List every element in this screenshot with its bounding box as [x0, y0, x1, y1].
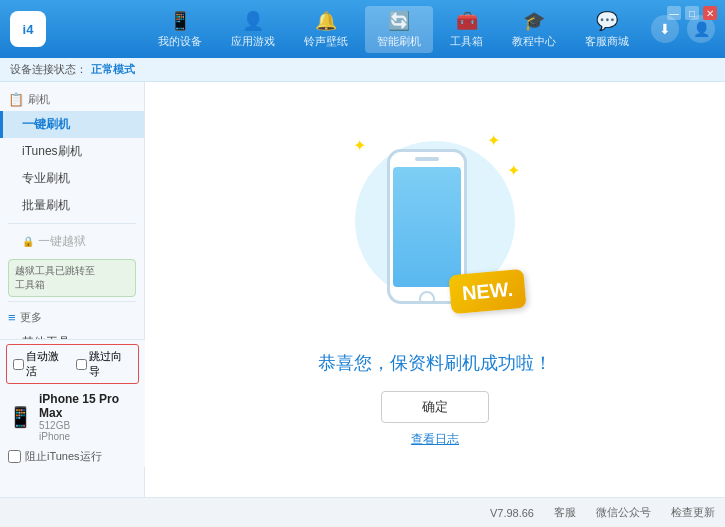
- phone-illustration: ✦ ✦ ✦ NEW.: [345, 131, 525, 331]
- itunes-bar: 阻止iTunes运行: [0, 446, 145, 467]
- smart-flash-icon: 🔄: [388, 10, 410, 32]
- nav-tab-apps[interactable]: 👤 应用游戏: [219, 6, 287, 53]
- device-type: iPhone: [39, 431, 137, 442]
- device-storage: 512GB: [39, 420, 137, 431]
- tutorials-icon: 🎓: [523, 10, 545, 32]
- device-text: iPhone 15 Pro Max 512GB iPhone: [39, 392, 137, 442]
- app-header: i4 爱思助手 www.i4.cn 📱 我的设备 👤 应用游戏 🔔 铃声壁纸 🔄…: [0, 0, 725, 58]
- close-button[interactable]: ✕: [703, 6, 717, 20]
- minimize-button[interactable]: —: [667, 6, 681, 20]
- footer-check-update-link[interactable]: 检查更新: [671, 505, 715, 520]
- my-device-icon: 📱: [169, 10, 191, 32]
- auto-guide-option[interactable]: 跳过向导: [76, 349, 133, 379]
- itunes-label: 阻止iTunes运行: [25, 449, 102, 464]
- itunes-checkbox[interactable]: [8, 450, 21, 463]
- phone-home-button: [419, 291, 435, 304]
- itunes-flash-label: iTunes刷机: [22, 144, 82, 158]
- sidebar-item-itunes-flash[interactable]: iTunes刷机: [0, 138, 144, 165]
- toolbox-icon: 🧰: [456, 10, 478, 32]
- ringtones-icon: 🔔: [315, 10, 337, 32]
- nav-tab-tutorials[interactable]: 🎓 教程中心: [500, 6, 568, 53]
- sidebar-item-batch-flash[interactable]: 批量刷机: [0, 192, 144, 219]
- device-info: 📱 iPhone 15 Pro Max 512GB iPhone: [0, 388, 145, 446]
- more-section-header: ≡ 更多: [0, 306, 144, 329]
- success-text: 恭喜您，保资料刷机成功啦！: [318, 351, 552, 375]
- device-name: iPhone 15 Pro Max: [39, 392, 137, 420]
- nav-tab-my-device-label: 我的设备: [158, 34, 202, 49]
- flash-section-header: 📋 刷机: [0, 88, 144, 111]
- apps-icon: 👤: [242, 10, 264, 32]
- jailbreak-section: 🔒 一键越狱 越狱工具已跳转至工具箱: [0, 228, 144, 297]
- status-mode: 正常模式: [91, 62, 135, 77]
- divider-1: [8, 223, 136, 224]
- confirm-button[interactable]: 确定: [381, 391, 489, 423]
- footer-wechat-link[interactable]: 微信公众号: [596, 505, 651, 520]
- more-section-icon: ≡: [8, 310, 16, 325]
- jailbreak-disabled: 🔒 一键越狱: [0, 228, 144, 255]
- sparkle-icon-2: ✦: [487, 131, 500, 150]
- sidebar-item-one-click-flash[interactable]: 一键刷机: [0, 111, 144, 138]
- nav-tab-toolbox[interactable]: 🧰 工具箱: [438, 6, 495, 53]
- batch-flash-label: 批量刷机: [22, 198, 70, 212]
- window-controls: — □ ✕: [667, 6, 717, 20]
- nav-tab-ringtones[interactable]: 🔔 铃声壁纸: [292, 6, 360, 53]
- log-link[interactable]: 查看日志: [411, 431, 459, 448]
- phone-screen: [393, 167, 461, 287]
- nav-tab-service-label: 客服商城: [585, 34, 629, 49]
- sidebar-item-pro-flash[interactable]: 专业刷机: [0, 165, 144, 192]
- service-icon: 💬: [596, 10, 618, 32]
- logo-icon: i4: [10, 11, 46, 47]
- flash-section-icon: 📋: [8, 92, 24, 107]
- divider-2: [8, 301, 136, 302]
- auto-activate-checkbox[interactable]: [13, 359, 24, 370]
- auto-options-container: 自动激活 跳过向导: [6, 344, 139, 384]
- auto-guide-checkbox[interactable]: [76, 359, 87, 370]
- nav-tabs: 📱 我的设备 👤 应用游戏 🔔 铃声壁纸 🔄 智能刷机 🧰 工具箱 🎓 教程中心…: [136, 6, 651, 53]
- success-message: 恭喜您，保资料刷机成功啦！: [318, 353, 552, 373]
- flash-section: 📋 刷机 一键刷机 iTunes刷机 专业刷机 批量刷机: [0, 88, 144, 219]
- maximize-button[interactable]: □: [685, 6, 699, 20]
- one-click-flash-label: 一键刷机: [22, 117, 70, 131]
- sparkle-icon-1: ✦: [353, 136, 366, 155]
- pro-flash-label: 专业刷机: [22, 171, 70, 185]
- sparkle-icon-3: ✦: [507, 161, 520, 180]
- more-section-label: 更多: [20, 310, 42, 325]
- nav-tab-toolbox-label: 工具箱: [450, 34, 483, 49]
- nav-tab-my-device[interactable]: 📱 我的设备: [146, 6, 214, 53]
- lock-icon: 🔒: [22, 236, 34, 247]
- nav-tab-ringtones-label: 铃声壁纸: [304, 34, 348, 49]
- flash-section-label: 刷机: [28, 92, 50, 107]
- auto-activate-label: 自动激活: [26, 349, 70, 379]
- auto-activate-option[interactable]: 自动激活: [13, 349, 70, 379]
- new-badge: NEW.: [448, 269, 526, 314]
- phone-speaker: [415, 157, 439, 161]
- auto-guide-label: 跳过向导: [89, 349, 133, 379]
- footer: V7.98.66 客服 微信公众号 检查更新: [0, 497, 725, 527]
- footer-skin-link[interactable]: 客服: [554, 505, 576, 520]
- sidebar-bottom: 自动激活 跳过向导 📱 iPhone 15 Pro Max 512GB iPho…: [0, 339, 145, 467]
- nav-tab-smart-flash[interactable]: 🔄 智能刷机: [365, 6, 433, 53]
- main-content: ✦ ✦ ✦ NEW. 恭喜您，保资料刷机成功啦！ 确定 查看日志: [145, 82, 725, 497]
- nav-tab-service[interactable]: 💬 客服商城: [573, 6, 641, 53]
- device-phone-icon: 📱: [8, 405, 33, 429]
- nav-tab-smart-flash-label: 智能刷机: [377, 34, 421, 49]
- status-prefix: 设备连接状态：: [10, 62, 87, 77]
- jailbreak-label: 一键越狱: [38, 233, 86, 250]
- main-area: 📋 刷机 一键刷机 iTunes刷机 专业刷机 批量刷机 🔒 一键越狱: [0, 82, 725, 497]
- nav-tab-tutorials-label: 教程中心: [512, 34, 556, 49]
- new-badge-text: NEW.: [461, 278, 514, 305]
- version-text: V7.98.66: [490, 507, 534, 519]
- nav-tab-apps-label: 应用游戏: [231, 34, 275, 49]
- jailbreak-notice: 越狱工具已跳转至工具箱: [8, 259, 136, 297]
